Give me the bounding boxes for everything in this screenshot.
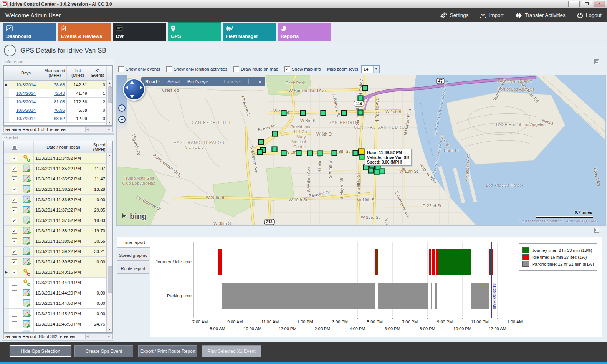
row-checkbox[interactable]: ✓ [12, 166, 17, 172]
gps-point-marker[interactable] [296, 150, 302, 156]
column-header-days[interactable]: Days [9, 66, 43, 80]
scroll-up-icon[interactable]: ▲ [107, 153, 112, 158]
gps-point-marker[interactable] [258, 139, 264, 145]
back-button[interactable]: ← [4, 45, 16, 56]
gps-row[interactable]: 10/3/2014 11:44:20 PM0.00 [4, 288, 112, 298]
prev-record-button[interactable]: ◀ [18, 128, 20, 131]
column-header-x1-events[interactable]: X1 Events [89, 66, 107, 80]
gps-row[interactable]: ✓10/3/2014 11:39:22 PM33.21 [4, 247, 112, 257]
row-checkbox[interactable] [12, 301, 17, 306]
horizontal-scrollbar[interactable]: ◀▶ [85, 334, 111, 339]
prev-record-button[interactable]: ◀ [18, 335, 20, 338]
row-checkbox[interactable]: ✓ [12, 156, 17, 161]
row-checkbox[interactable]: ✓ [12, 259, 17, 265]
gps-point-marker[interactable] [374, 170, 380, 175]
max-speed-link[interactable]: 81.05 [54, 99, 65, 104]
tab-dvr[interactable]: Dvr [113, 23, 166, 41]
row-checkbox[interactable]: ✓ [12, 218, 17, 223]
map-panel-collapse-button[interactable] [594, 59, 599, 64]
gps-row[interactable]: 10/3/2014 11:46:20 PM17.93 [4, 329, 112, 333]
gps-point-marker[interactable] [257, 149, 263, 155]
scroll-up-icon[interactable]: ▲ [107, 80, 112, 86]
hide-gps-selection-button[interactable]: Hide Gps Selection [10, 345, 71, 357]
close-button[interactable]: × [594, 1, 605, 7]
checkbox-icon[interactable] [118, 66, 124, 72]
logout-action[interactable]: Logout [577, 12, 602, 18]
report-tab-route-report[interactable]: Route report [117, 263, 149, 274]
day-link[interactable]: 10/6/2014 [16, 108, 36, 113]
map-canvas[interactable]: SouthfieldCrest RdMiraleste DrPeck ParkW… [116, 75, 606, 226]
maximize-button[interactable] [581, 1, 592, 7]
checkbox-icon[interactable] [166, 66, 172, 72]
report-tab-speed-graphic[interactable]: Speed graphic [117, 250, 149, 261]
next-page-button[interactable]: ▶▶ [55, 128, 58, 131]
table-row[interactable]: 10/4/201472.4041.491 [4, 89, 112, 98]
map-style-labels[interactable]: Labels▾ [224, 79, 240, 84]
day-link[interactable]: 10/4/2014 [16, 91, 36, 96]
column-header-max-speed-mph[interactable]: Max speed (MPH) [43, 66, 67, 80]
gps-row[interactable]: ▶✓10/3/2014 11:40:15 PM [4, 267, 112, 278]
day-link[interactable]: 10/3/2014 [16, 83, 36, 87]
map-zoom-select[interactable]: 14▼ [361, 65, 380, 73]
gps-row[interactable]: 10/3/2014 11:45:50 PM24.75 [4, 319, 112, 329]
gps-point-marker[interactable] [332, 150, 337, 156]
option-show-map-info[interactable]: ✓Show map info [284, 66, 321, 72]
gps-row[interactable]: ✓10/3/2014 11:37:52 PM18.63 [4, 215, 112, 226]
row-checkbox[interactable]: ✓ [12, 187, 17, 192]
column-header-dist-miles[interactable]: Dist. (Miles) [67, 66, 89, 80]
settings-action[interactable]: Settings [440, 12, 469, 19]
gps-row[interactable]: 10/3/2014 11:44:50 PM0.00 [4, 298, 112, 309]
first-record-button[interactable]: |◀◀ [5, 335, 10, 338]
export-print-route-report-button[interactable]: Export / Print Route Report [138, 345, 197, 357]
last-record-button[interactable]: ▶▶| [61, 128, 65, 131]
gps-row[interactable]: ✓10/3/2014 11:36:22 PM13.28 [4, 184, 112, 195]
map-style-bird-s-eye[interactable]: Bird's eye [187, 79, 208, 84]
row-checkbox[interactable] [12, 290, 17, 296]
gps-point-marker[interactable] [368, 168, 374, 174]
tab-gps[interactable]: GPS [168, 23, 221, 41]
create-gps-event-button[interactable]: Create Gps Event [74, 345, 133, 357]
gps-point-marker[interactable] [353, 150, 359, 156]
table-row[interactable]: 10/7/201468.6212.990 [4, 114, 112, 123]
gps-point-marker[interactable] [341, 110, 347, 116]
max-speed-link[interactable]: 72.40 [54, 91, 65, 96]
zoom-out-button[interactable]: − [118, 116, 126, 123]
gps-row[interactable]: ✓10/3/2014 11:35:22 PM11.97 [4, 164, 112, 174]
tab-events-reviews[interactable]: Events & Reviews [58, 23, 111, 41]
row-checkbox[interactable] [12, 321, 17, 327]
map-nav-collapse-button[interactable]: « [259, 79, 261, 84]
vertical-scrollbar[interactable]: ▲▼ [106, 80, 112, 125]
row-checkbox[interactable]: ✓ [12, 228, 17, 234]
gps-row[interactable]: ✓10/3/2014 11:39:52 PM0.00 [4, 257, 112, 267]
pan-left-arrow-icon[interactable] [125, 86, 128, 89]
row-checkbox[interactable]: ✓ [12, 238, 17, 244]
gps-point-marker[interactable] [281, 110, 287, 116]
max-speed-link[interactable]: 76.95 [54, 108, 65, 113]
day-link[interactable]: 10/5/2014 [16, 99, 36, 104]
gps-point-marker[interactable] [380, 169, 385, 174]
first-record-button[interactable]: |◀◀ [5, 128, 10, 131]
scroll-down-icon[interactable]: ▼ [107, 120, 112, 125]
scroll-down-icon[interactable]: ▼ [107, 327, 112, 332]
map-style-aerial[interactable]: Aerial [167, 79, 180, 84]
gps-point-marker[interactable] [272, 131, 278, 137]
vertical-scrollbar[interactable]: ▲▼ [106, 153, 112, 332]
tab-reports[interactable]: Reports [278, 23, 331, 41]
scroll-thumb[interactable] [108, 86, 112, 103]
pan-up-arrow-icon[interactable] [130, 81, 134, 84]
gps-point-marker[interactable] [321, 110, 326, 116]
row-checkbox[interactable]: ✓ [12, 176, 17, 182]
gps-point-marker[interactable] [358, 110, 364, 116]
map-pan-compass[interactable] [123, 78, 145, 101]
next-record-button[interactable]: ▶ [50, 128, 52, 131]
gps-point-marker[interactable] [358, 96, 364, 101]
next-page-button[interactable]: ▶▶ [64, 335, 68, 338]
table-row[interactable]: 10/6/201476.955.880 [4, 106, 112, 114]
column-header-date-hour-local[interactable]: Date / hour (local) [34, 141, 92, 153]
gps-point-marker[interactable] [281, 150, 287, 156]
last-record-button[interactable]: ▶▶| [70, 335, 74, 338]
row-checkbox[interactable]: ✓ [12, 197, 17, 203]
report-tab-time-report[interactable]: Time report [117, 237, 150, 248]
checkbox-icon[interactable]: ✓ [284, 66, 290, 72]
gps-point-marker[interactable] [362, 85, 368, 91]
